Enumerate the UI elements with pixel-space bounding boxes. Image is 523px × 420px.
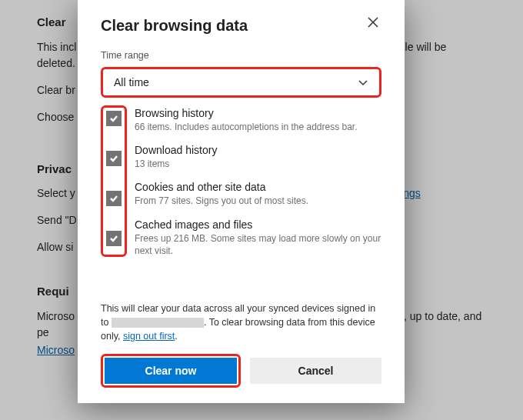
option-subtitle: From 77 sites. Signs you out of most sit… <box>135 195 381 207</box>
sign-out-first-link[interactable]: sign out first <box>123 331 175 342</box>
checkbox-cache[interactable] <box>106 231 122 246</box>
option-subtitle: Frees up 216 MB. Some sites may load mor… <box>135 232 381 257</box>
options-list: Browsing history 66 items. Includes auto… <box>101 105 381 297</box>
time-range-label: Time range <box>101 50 381 61</box>
option-title: Cookies and other site data <box>135 181 381 193</box>
chevron-down-icon <box>358 77 368 88</box>
redacted-account: x <box>112 318 204 328</box>
clear-browsing-data-dialog: Clear browsing data Time range All time … <box>78 0 405 403</box>
option-cache: Cached images and files Frees up 216 MB.… <box>135 218 381 257</box>
cancel-button[interactable]: Cancel <box>250 358 381 384</box>
option-browsing-history: Browsing history 66 items. Includes auto… <box>135 107 381 133</box>
option-cookies: Cookies and other site data From 77 site… <box>135 181 381 207</box>
clear-now-button[interactable]: Clear now <box>105 358 237 384</box>
time-range-select[interactable]: All time <box>101 67 381 98</box>
option-title: Cached images and files <box>135 218 381 231</box>
option-title: Download history <box>135 144 381 156</box>
time-range-value: All time <box>114 76 149 88</box>
checkbox-download-history[interactable] <box>106 151 122 166</box>
dialog-actions: Clear now Cancel <box>101 354 381 388</box>
checkbox-cookies[interactable] <box>106 191 122 206</box>
close-icon <box>368 17 378 28</box>
dialog-title: Clear browsing data <box>101 17 248 35</box>
sync-note: This will clear your data across all you… <box>101 302 381 343</box>
option-subtitle: 66 items. Includes autocompletions in th… <box>135 121 381 133</box>
close-button[interactable] <box>365 14 381 33</box>
clear-now-highlight: Clear now <box>101 354 241 388</box>
checkbox-highlight-group <box>101 105 127 257</box>
option-subtitle: 13 items <box>135 158 381 170</box>
option-download-history: Download history 13 items <box>135 144 381 170</box>
checkbox-browsing-history[interactable] <box>106 111 122 126</box>
option-title: Browsing history <box>135 107 381 119</box>
